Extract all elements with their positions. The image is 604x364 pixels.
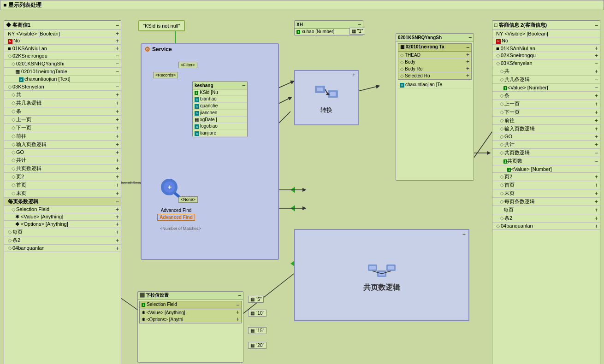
records-tag: <Records> [153,72,178,78]
left-item-gongjitiao: ◇共几条逻辑 + [4,99,121,107]
body-row: ◇Body + [398,59,471,65]
left-panel-collapse[interactable]: − [116,22,119,29]
r-02: ◇02KSneirongqu + [492,52,600,59]
keshang-jianchen: ajianchen [193,110,247,117]
r-shuru: ◇输入页数逻辑 + [492,125,600,133]
left-item-moye: ◇末页 + [4,189,121,198]
r-gongshu: 1共页数 − [492,157,600,165]
service-header: ⚙ Service [142,44,278,54]
r-shouye: ◇首页 + [492,181,600,189]
r-xiayiye: ◇下一页 + [492,108,600,117]
left-item-0201: ◇0201KSNRQYangShi − [4,60,121,68]
left-item-meiye-section: 每页条数逻辑 − [4,198,121,206]
left-item-tiao2: ◇条2 + [4,236,121,245]
keshang-xgdate: ▦ xgDate [ [193,117,247,123]
left-item-go: ◇GO + [4,149,121,156]
shared-logic-plus[interactable]: + [462,232,466,237]
title-bar: ■ 显示列表处理 [0,0,604,10]
r-moye: ◇末页 + [492,189,600,198]
r-red-icon: N [496,39,501,44]
condition-node: "KSid is not null" [138,20,185,31]
keshang-header: keshang − [193,82,247,89]
r-visible: NY <Visible> [Boolean] [492,30,600,37]
left-panel-title-text: ◆ 客商信1 [6,22,30,29]
svg-rect-30 [317,88,323,91]
panel-0201-header: 0201KSNRQYangSh − [396,34,474,41]
svg-marker-6 [290,205,295,211]
sub-panel-020101: ▦ 020101neirong Ta − ◇THEAD + ◇Body + ◇B… [398,43,472,80]
r-meiye-logic: ◇每页条数逻辑 + [492,198,600,206]
left-item-ye2: ◇页2 + [4,173,121,181]
xh-value-node: ▦ "1" [349,28,365,35]
keshang-quanche: aquanche [193,103,247,110]
transform-plus[interactable]: + [352,72,355,78]
left-item-options: ✱ <Options> [Anything] + [4,221,121,228]
left-item-03: ◇03KSfenyelan − [4,83,121,91]
advanced-find-icon: + [155,173,188,205]
svg-marker-5 [290,187,295,193]
transform-label: 转换 [320,106,332,114]
filter-tag: <Filter> [178,62,197,68]
left-item-tiao: ◇条 + [4,107,121,116]
sub-panel-header: ▦ 020101neirong Ta − [398,44,471,52]
svg-rect-36 [369,266,376,270]
main-title: 显示列表处理 [8,1,41,9]
matches-tag: <Number of Matches> [160,226,201,231]
left-item-xiayiye: ◇下一页 + [4,124,121,132]
r-gongjitiao: ◇共几条逻辑 − [492,76,600,84]
svg-rect-27 [173,192,180,198]
keshang-ksid: 1 KSid [Nu [193,89,247,96]
left-item-020101: ▦ 020101neirongTable − [4,68,121,76]
r-04: ◇04banquanlan + [492,223,600,230]
left-item-gong: ◇共 + [4,91,121,99]
service-label: Service [152,46,172,53]
selection-field-sub-header: 1 Selection Field − [140,301,241,309]
keshang-tianjia: atianjiare [193,130,247,137]
left-item-no: NNo + [4,37,121,45]
left-item-01: ■ 01KSAnNiuLan + [4,45,121,52]
magnifier-svg: + [158,176,185,203]
dropdown-header: ▦ 下拉值设置 − [138,292,243,299]
r-value-number: 1<Value> [Number] − [492,84,600,92]
r-no: NNo [492,37,600,45]
panel-0201: 0201KSNRQYangSh − ▦ 020101neirong Ta − ◇… [396,33,474,181]
right-panel-collapse[interactable]: − [595,22,598,29]
left-item-meiye: ◇每页 + [4,228,121,236]
sf-options-row: ✱ <Options> [Anythi + [140,316,241,323]
keshang-node: keshang − 1 KSid [Nu abianhao aquanche a… [192,81,248,137]
r-03: ◇03KSfenyelan − [492,59,600,67]
selection-field-sub: 1 Selection Field − ✱ <Value> [Anything]… [139,301,242,323]
bodyro-row: ◇Body Ro + [398,65,471,72]
left-item-02: ◇02KSneirongqu − [4,52,121,60]
r-gongshu-logic: ◇共页数逻辑 − [492,149,600,157]
dropdown-panel: ▦ 下拉值设置 − 1 Selection Field − ✱ <Value> … [137,291,243,363]
svg-rect-32 [330,92,336,96]
canvas: Number of Records ◆ 客商信1 − NY <Visible> … [0,10,604,364]
r-tiao2: ◇条2 + [492,214,600,223]
selectedro-row: ◇Selected Ro + [398,72,471,79]
left-item-gongshu: ◇共页数逻辑 + [4,164,121,173]
left-panel: ◆ 客商信1 − NY <Visible> [Boolean] + NNo + … [4,20,121,364]
left-item-value: ✱ <Value> [Anything] + [4,213,121,221]
condition-label: "KSid is not null" [143,23,180,29]
r-go: ◇GO + [492,133,600,141]
r-value-number2: 1<Value> [Number] [492,165,600,173]
transform-icon [313,81,340,104]
sf-value-row: ✱ <Value> [Anything] + [140,309,241,316]
left-item-gongji: ◇共计 + [4,156,121,164]
teal-icon: a [19,77,24,82]
thead-row: ◇THEAD + [398,52,471,59]
svg-rect-38 [388,266,394,270]
left-item-visible: NY <Visible> [Boolean] + [4,30,121,37]
right-panel-title-text: □ 客商信息 2(客商信息) [494,22,547,29]
left-item-04: ◇04banquanlan + [4,245,121,252]
shared-logic-inner: 共页数逻辑 [363,258,400,293]
val-10: ▦ "10" [248,310,266,317]
shared-logic-icon [366,258,398,283]
red-icon: N [8,39,12,44]
title-icon: ■ [3,2,6,8]
r-tiao: ◇条 + [492,92,600,100]
val-15: ▦ "15" [248,327,266,334]
right-panel: □ 客商信息 2(客商信息) − NY <Visible> [Boolean] … [492,20,600,364]
val-20: ▦ "20" [248,342,266,349]
